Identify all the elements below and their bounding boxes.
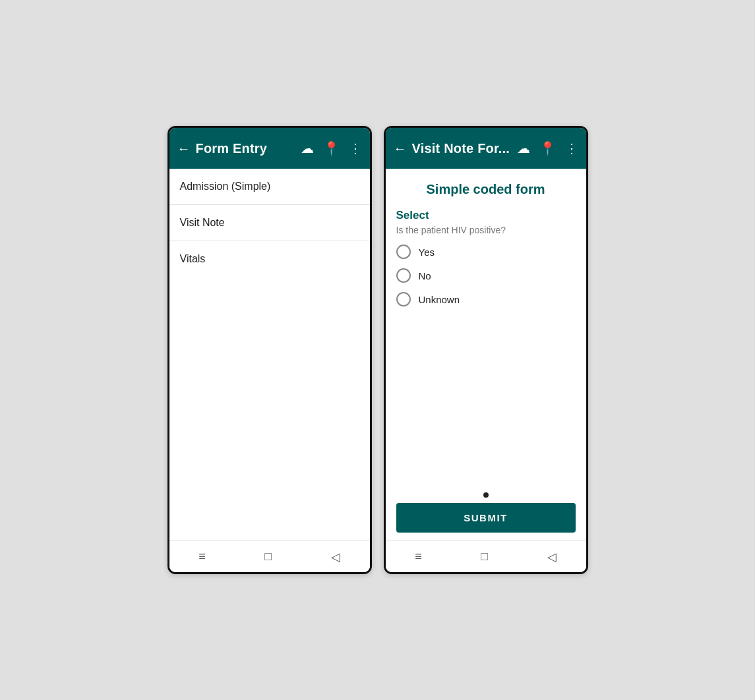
right-bottom-area: SUBMIT bbox=[386, 487, 586, 540]
list-item-visit-note[interactable]: Visit Note bbox=[169, 205, 370, 241]
form-question: Is the patient HIV positive? bbox=[396, 225, 576, 235]
left-cloud-icon[interactable]: ☁ bbox=[301, 142, 314, 155]
right-app-bar-icons: ☁ 📍 ⋮ bbox=[517, 142, 578, 155]
radio-circle-no bbox=[396, 268, 411, 283]
right-more-icon[interactable]: ⋮ bbox=[565, 142, 578, 155]
radio-option-no[interactable]: No bbox=[396, 268, 576, 283]
home-indicator bbox=[483, 492, 489, 498]
right-bottom-nav: ≡ □ ◁ bbox=[386, 540, 586, 572]
left-location-icon[interactable]: 📍 bbox=[323, 142, 340, 155]
left-nav-back-icon[interactable]: ◁ bbox=[331, 550, 340, 564]
right-cloud-icon[interactable]: ☁ bbox=[517, 142, 530, 155]
left-app-title: Form Entry bbox=[196, 141, 301, 156]
left-nav-home-icon[interactable]: □ bbox=[264, 550, 272, 564]
list-item-vitals[interactable]: Vitals bbox=[169, 241, 370, 277]
form-title: Simple coded form bbox=[396, 182, 576, 197]
right-back-icon[interactable]: ← bbox=[394, 142, 407, 155]
right-nav-home-icon[interactable]: □ bbox=[481, 550, 488, 564]
right-app-bar: ← Visit Note For... ☁ 📍 ⋮ bbox=[386, 128, 586, 169]
left-app-bar-icons: ☁ 📍 ⋮ bbox=[301, 142, 362, 155]
list-item-admission[interactable]: Admission (Simple) bbox=[169, 169, 370, 205]
left-phone: ← Form Entry ☁ 📍 ⋮ Admission (Simple) Vi… bbox=[167, 126, 372, 574]
radio-circle-yes bbox=[396, 245, 411, 259]
radio-label-unknown: Unknown bbox=[419, 294, 460, 305]
radio-option-yes[interactable]: Yes bbox=[396, 245, 576, 259]
right-form-content: Simple coded form Select Is the patient … bbox=[386, 169, 586, 487]
form-section-label: Select bbox=[396, 209, 576, 222]
radio-label-yes: Yes bbox=[419, 247, 435, 258]
radio-label-no: No bbox=[419, 270, 431, 281]
left-more-icon[interactable]: ⋮ bbox=[349, 142, 362, 155]
screen-container: ← Form Entry ☁ 📍 ⋮ Admission (Simple) Vi… bbox=[154, 113, 601, 587]
left-app-bar: ← Form Entry ☁ 📍 ⋮ bbox=[169, 128, 370, 169]
right-app-title: Visit Note For... bbox=[412, 141, 517, 156]
right-nav-back-icon[interactable]: ◁ bbox=[547, 550, 557, 564]
left-back-icon[interactable]: ← bbox=[177, 142, 191, 155]
right-nav-menu-icon[interactable]: ≡ bbox=[415, 550, 422, 564]
submit-button[interactable]: SUBMIT bbox=[396, 503, 576, 533]
radio-circle-unknown bbox=[396, 292, 411, 306]
left-bottom-nav: ≡ □ ◁ bbox=[169, 540, 370, 572]
left-content-area: Admission (Simple) Visit Note Vitals bbox=[169, 169, 370, 540]
radio-option-unknown[interactable]: Unknown bbox=[396, 292, 576, 306]
right-phone: ← Visit Note For... ☁ 📍 ⋮ Simple coded f… bbox=[384, 126, 588, 574]
left-nav-menu-icon[interactable]: ≡ bbox=[198, 550, 206, 564]
right-location-icon[interactable]: 📍 bbox=[539, 142, 556, 155]
